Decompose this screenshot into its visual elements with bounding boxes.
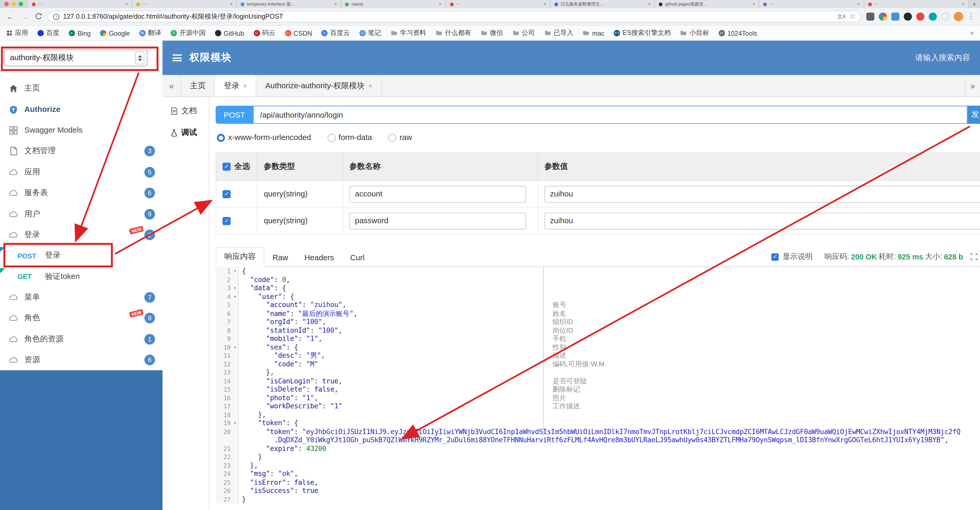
extension-icon[interactable] bbox=[866, 13, 875, 21]
tab-close-icon[interactable] bbox=[961, 2, 964, 6]
browser-tab[interactable]: github pages搭建使… bbox=[655, 0, 760, 8]
bookmark-item[interactable]: 已导入 bbox=[544, 29, 573, 37]
sidebar-item-resources[interactable]: 资源 6 bbox=[0, 349, 162, 371]
show-desc-checkbox[interactable] bbox=[772, 253, 779, 260]
param-value-input[interactable] bbox=[544, 212, 980, 229]
bookmark-item[interactable]: b Bing bbox=[69, 29, 91, 37]
param-name-input[interactable] bbox=[349, 185, 526, 202]
tabs-scroll-left-icon[interactable]: « bbox=[162, 75, 181, 96]
bookmarks-overflow-icon[interactable] bbox=[965, 29, 974, 36]
bookmark-item[interactable]: 记 笔记 bbox=[359, 29, 381, 37]
browser-tab[interactable]: ⋯ bbox=[132, 0, 237, 8]
tabs-scroll-right-icon[interactable]: » bbox=[965, 75, 980, 96]
fullscreen-icon[interactable] bbox=[970, 253, 977, 260]
browser-tab[interactable]: ⋯ bbox=[760, 0, 864, 8]
zoom-window-icon[interactable] bbox=[19, 2, 22, 6]
bookmark-item[interactable]: Google bbox=[100, 29, 130, 37]
bookmark-item[interactable]: 百度 bbox=[38, 29, 59, 37]
sidebar-item-users[interactable]: 用户 9 bbox=[0, 204, 162, 225]
rail-doc-tab[interactable]: 文档 bbox=[170, 105, 209, 116]
browser-tab[interactable]: ⋯ bbox=[28, 0, 132, 8]
tab-login[interactable]: 登录× bbox=[215, 75, 256, 96]
sidebar-item-roles[interactable]: 角色 NEW 8 bbox=[0, 308, 162, 329]
sidebar-item-authorize[interactable]: Authorize bbox=[0, 99, 162, 120]
tab-close-icon[interactable] bbox=[752, 2, 755, 6]
bookmark-item[interactable]: 翻 翻译 bbox=[139, 29, 161, 37]
browser-tab[interactable]: ⋯ bbox=[446, 0, 550, 8]
bookmark-item[interactable]: 什么都有 bbox=[436, 29, 471, 37]
send-button[interactable]: 发 bbox=[967, 105, 980, 124]
bookmark-item[interactable]: 小目标 bbox=[680, 29, 709, 37]
tab-headers[interactable]: Headers bbox=[296, 250, 342, 266]
bookmark-item[interactable]: 学习资料 bbox=[391, 29, 426, 37]
sidebar-item-menus[interactable]: 菜单 7 bbox=[0, 287, 162, 308]
response-editor[interactable]: 1{2 "code": 0,3 "data": {4 "user": {5 "a… bbox=[216, 267, 980, 510]
browser-tab[interactable]: ⋯ bbox=[864, 0, 969, 8]
radio-raw[interactable]: raw bbox=[388, 133, 412, 142]
address-bar[interactable]: 127.0.0.1:8760/api/gate/doc.html#/author… bbox=[48, 11, 861, 22]
param-value-input[interactable] bbox=[544, 185, 980, 202]
bookmark-item[interactable]: mac bbox=[583, 29, 605, 37]
translate-icon[interactable] bbox=[837, 13, 846, 20]
extension-icon[interactable] bbox=[879, 13, 887, 21]
param-name-input[interactable] bbox=[349, 212, 526, 229]
tab-close-icon[interactable] bbox=[648, 2, 651, 6]
bookmark-item[interactable]: 云 百度云 bbox=[321, 29, 350, 37]
bookmark-item[interactable]: 公司 bbox=[512, 29, 535, 37]
bookmark-item[interactable]: G 码云 bbox=[253, 29, 275, 37]
bookmark-star-icon[interactable] bbox=[850, 13, 856, 20]
forward-icon[interactable] bbox=[20, 13, 29, 21]
radio-form-data[interactable]: form-data bbox=[327, 133, 372, 142]
sidebar-item-docs[interactable]: 文档管理 3 bbox=[0, 141, 162, 162]
radio-urlencoded[interactable]: x-www-form-urlencoded bbox=[217, 133, 311, 142]
row-checkbox[interactable] bbox=[223, 190, 231, 198]
tab-close-icon[interactable] bbox=[439, 2, 442, 6]
bookmark-item[interactable]: 应用 bbox=[6, 29, 28, 37]
close-window-icon[interactable] bbox=[5, 2, 8, 6]
tab-close-icon[interactable]: × bbox=[369, 82, 372, 89]
tab-home[interactable]: 主页 bbox=[181, 75, 215, 96]
extension-icon[interactable] bbox=[929, 13, 937, 21]
back-icon[interactable] bbox=[5, 13, 15, 21]
browser-tab[interactable]: nacos bbox=[342, 0, 446, 8]
extension-icon[interactable] bbox=[916, 13, 924, 21]
refresh-icon[interactable] bbox=[34, 13, 43, 21]
bookmark-item[interactable]: 10 1024Tools bbox=[719, 29, 757, 37]
minimize-window-icon[interactable] bbox=[11, 2, 16, 6]
rail-debug-tab[interactable]: 调试 bbox=[170, 128, 209, 138]
tab-raw[interactable]: Raw bbox=[264, 250, 296, 266]
url-text[interactable]: 127.0.0.1:8760/api/gate/doc.html#/author… bbox=[63, 12, 834, 21]
tab-close-icon[interactable] bbox=[125, 2, 128, 6]
tab-curl[interactable]: Curl bbox=[342, 250, 373, 266]
tab-close-icon[interactable] bbox=[334, 2, 337, 6]
tab-close-icon[interactable]: × bbox=[243, 82, 247, 89]
sidebar-item-verify-token[interactable]: GET 验证token bbox=[0, 266, 162, 287]
bookmark-item[interactable]: 开 开源中国 bbox=[170, 29, 205, 37]
extension-icon[interactable] bbox=[941, 13, 949, 21]
sidebar-item-app[interactable]: 应用 5 bbox=[0, 162, 162, 183]
browser-tab[interactable]: 日志服务参数整理文… bbox=[550, 0, 655, 8]
bookmark-item[interactable]: 微信 bbox=[480, 29, 503, 37]
tab-close-icon[interactable] bbox=[857, 2, 860, 6]
sidebar-item-services[interactable]: 服务表 6 bbox=[0, 183, 162, 204]
tab-response-content[interactable]: 响应内容 bbox=[216, 247, 264, 267]
bookmark-item[interactable]: GitHub bbox=[215, 29, 244, 37]
sidebar-item-role-resources[interactable]: 角色的资源 1 bbox=[0, 329, 162, 350]
sidebar-item-login-group[interactable]: 登录 NEW 2 bbox=[0, 224, 162, 245]
sidebar-item-swagger-models[interactable]: Swagger Models bbox=[0, 120, 162, 141]
header-search-input[interactable]: 请输入搜索内容 bbox=[915, 53, 970, 63]
sidebar-item-login-post[interactable]: POST 登录 bbox=[0, 245, 162, 266]
select-all-checkbox[interactable] bbox=[223, 163, 231, 171]
new-tab-button[interactable] bbox=[969, 0, 980, 8]
profile-avatar[interactable] bbox=[954, 12, 963, 21]
tab-authorize[interactable]: Authorize-authority-权限模块× bbox=[256, 75, 382, 96]
browser-menu-icon[interactable] bbox=[967, 13, 974, 20]
tab-close-icon[interactable] bbox=[543, 2, 546, 6]
extension-icon[interactable] bbox=[904, 13, 912, 21]
tab-close-icon[interactable] bbox=[230, 2, 232, 6]
browser-tab[interactable]: temporary-Interface 接… bbox=[237, 0, 342, 8]
bookmark-item[interactable]: ES ES搜索引擎文档 bbox=[614, 29, 671, 37]
module-select[interactable]: authority-权限模块 bbox=[4, 49, 148, 66]
window-controls[interactable] bbox=[0, 0, 28, 8]
bookmark-item[interactable]: C CSDN bbox=[285, 29, 312, 37]
